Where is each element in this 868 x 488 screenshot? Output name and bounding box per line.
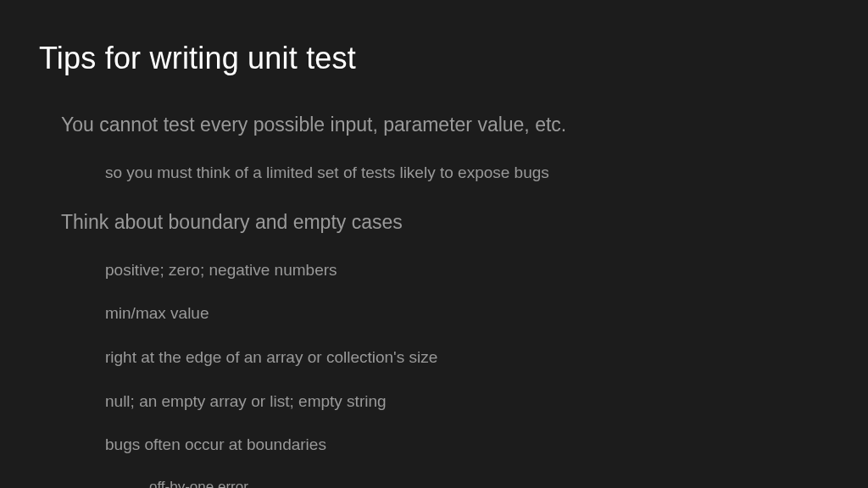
bullet-sub-1-0: positive; zero; negative numbers (105, 259, 829, 281)
bullet-sub-1-4: bugs often occur at boundaries (105, 434, 829, 456)
sub-sub-list-1: off-by-one error (105, 478, 829, 488)
bullet-main-0: You cannot test every possible input, pa… (61, 112, 829, 138)
bullet-sub-1-3: null; an empty array or list; empty stri… (105, 391, 829, 413)
bullet-sub-sub-1-0: off-by-one error (149, 478, 829, 488)
slide-content: You cannot test every possible input, pa… (39, 112, 829, 488)
bullet-sub-1-2: right at the edge of an array or collect… (105, 347, 829, 369)
sub-list-0: so you must think of a limited set of te… (61, 162, 829, 184)
bullet-sub-1-1: min/max value (105, 302, 829, 324)
bullet-main-1: Think about boundary and empty cases (61, 209, 829, 236)
sub-list-1: positive; zero; negative numbers min/max… (61, 259, 829, 488)
bullet-sub-0-0: so you must think of a limited set of te… (105, 162, 829, 184)
slide-title: Tips for writing unit test (39, 41, 829, 76)
